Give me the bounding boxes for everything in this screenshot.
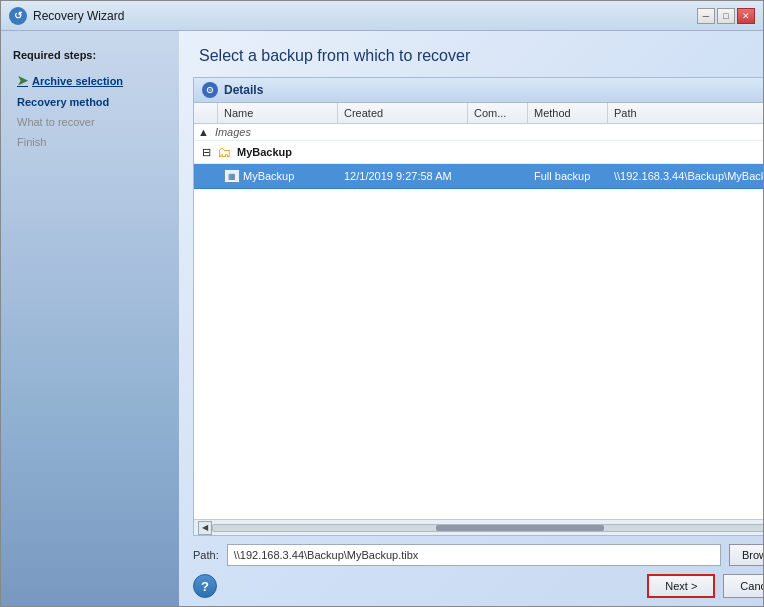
- maximize-button[interactable]: □: [717, 8, 735, 24]
- sidebar-item-archive-selection[interactable]: ➤ Archive selection: [1, 69, 179, 92]
- folder-row-mybackup[interactable]: ⊟ 🗂 MyBackup: [194, 141, 763, 164]
- row-name-value: MyBackup: [243, 170, 294, 182]
- group-toggle-icon[interactable]: ▲: [198, 126, 209, 138]
- row-name-cell: ▦ MyBackup: [218, 167, 338, 185]
- app-icon: ↺: [9, 7, 27, 25]
- sidebar: Required steps: ➤ Archive selection Reco…: [1, 31, 179, 606]
- path-input[interactable]: [227, 544, 721, 566]
- sidebar-item-recovery-method[interactable]: Recovery method: [1, 92, 179, 112]
- details-header-label: Details: [224, 83, 263, 97]
- sidebar-item-label: Archive selection: [32, 75, 123, 87]
- path-label: Path:: [193, 549, 219, 561]
- details-icon: ⊙: [202, 82, 218, 98]
- col-check-header: [194, 103, 218, 123]
- group-row-images[interactable]: ▲ Images: [194, 124, 763, 141]
- main-window: ↺ Recovery Wizard ─ □ ✕ Required steps: …: [0, 0, 764, 607]
- right-panel: Select a backup from which to recover ⊙ …: [179, 31, 763, 606]
- row-created-cell: 12/1/2019 9:27:58 AM: [338, 168, 468, 184]
- path-row: Path: Browse: [193, 544, 763, 566]
- row-check-cell: [194, 174, 218, 178]
- details-header: ⊙ Details: [194, 78, 763, 103]
- details-panel: ⊙ Details Name Created Com... Method Pat…: [193, 77, 763, 536]
- sidebar-item-what-to-recover: What to recover: [1, 112, 179, 132]
- window-title: Recovery Wizard: [33, 9, 697, 23]
- table-container: Name Created Com... Method Path ▲ Images: [194, 103, 763, 535]
- col-created-header: Created: [338, 103, 468, 123]
- col-com-header: Com...: [468, 103, 528, 123]
- scroll-thumb[interactable]: [436, 525, 604, 531]
- col-name-header: Name: [218, 103, 338, 123]
- close-button[interactable]: ✕: [737, 8, 755, 24]
- row-method-cell: Full backup: [528, 168, 608, 184]
- browse-button[interactable]: Browse: [729, 544, 763, 566]
- sidebar-item-label: Finish: [17, 136, 46, 148]
- col-method-header: Method: [528, 103, 608, 123]
- next-button[interactable]: Next >: [647, 574, 715, 598]
- folder-toggle-icon[interactable]: ⊟: [202, 146, 211, 159]
- cancel-button[interactable]: Cancel: [723, 574, 763, 598]
- backup-file-icon: ▦: [224, 169, 240, 183]
- col-path-header: Path: [608, 103, 763, 123]
- sidebar-item-label: Recovery method: [17, 96, 109, 108]
- folder-name: MyBackup: [235, 146, 292, 158]
- minimize-button[interactable]: ─: [697, 8, 715, 24]
- page-title: Select a backup from which to recover: [179, 31, 763, 77]
- window-controls: ─ □ ✕: [697, 8, 755, 24]
- row-path-cell: \\192.168.3.44\Backup\MyBackup.t: [608, 168, 763, 184]
- arrow-icon: ➤: [17, 73, 28, 88]
- scroll-track[interactable]: [212, 524, 763, 532]
- row-com-cell: [468, 174, 528, 178]
- title-bar: ↺ Recovery Wizard ─ □ ✕: [1, 1, 763, 31]
- table-header: Name Created Com... Method Path: [194, 103, 763, 124]
- group-label: Images: [215, 126, 251, 138]
- table-row[interactable]: ▦ MyBackup 12/1/2019 9:27:58 AM Full bac…: [194, 164, 763, 189]
- folder-icon: 🗂: [217, 144, 231, 160]
- table-body: ▲ Images ⊟ 🗂 MyBackup: [194, 124, 763, 519]
- button-row: ? Next > Cancel: [193, 574, 763, 598]
- horizontal-scrollbar[interactable]: ◀ ▶: [194, 519, 763, 535]
- main-content: Required steps: ➤ Archive selection Reco…: [1, 31, 763, 606]
- sidebar-item-label: What to recover: [17, 116, 95, 128]
- scroll-left-button[interactable]: ◀: [198, 521, 212, 535]
- required-steps-label: Required steps:: [1, 43, 179, 69]
- help-button[interactable]: ?: [193, 574, 217, 598]
- bottom-area: Path: Browse ? Next > Cancel: [179, 536, 763, 606]
- sidebar-item-finish: Finish: [1, 132, 179, 152]
